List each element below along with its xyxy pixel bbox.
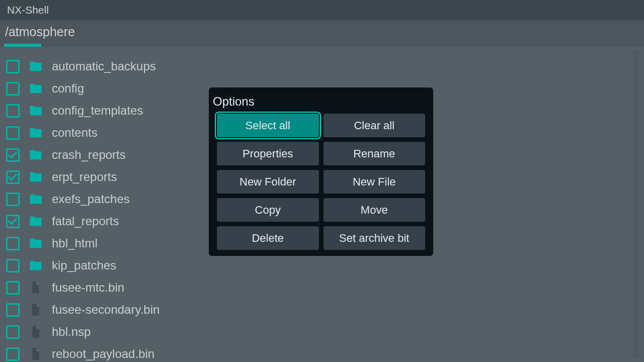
- title-bar: NX-Shell: [0, 0, 644, 20]
- file-name: reboot_payload.bin: [52, 347, 154, 361]
- list-item[interactable]: fusee-mtc.bin: [6, 277, 640, 299]
- file-name: hbl.nsp: [52, 325, 91, 339]
- file-name: config_templates: [52, 104, 143, 118]
- list-item[interactable]: fusee-secondary.bin: [6, 299, 640, 321]
- file-icon: [29, 303, 43, 317]
- new-folder-button[interactable]: New Folder: [217, 170, 319, 194]
- checkbox[interactable]: [6, 347, 20, 361]
- checkbox[interactable]: [6, 126, 20, 140]
- checkbox[interactable]: [6, 170, 20, 184]
- current-path: /atmosphere: [5, 25, 75, 39]
- options-modal: Options Select allClear allPropertiesRen…: [209, 87, 433, 256]
- new-file-button[interactable]: New File: [324, 170, 426, 194]
- delete-button[interactable]: Delete: [217, 226, 319, 250]
- scrollbar[interactable]: [633, 50, 639, 358]
- copy-button[interactable]: Copy: [217, 198, 319, 222]
- checkbox[interactable]: [6, 193, 20, 206]
- list-item[interactable]: kip_patches: [6, 254, 640, 277]
- folder-icon: [29, 148, 43, 162]
- folder-icon: [29, 126, 43, 140]
- file-name: kip_patches: [52, 258, 116, 273]
- file-name: crash_reports: [52, 148, 126, 162]
- file-name: fusee-secondary.bin: [52, 303, 159, 317]
- folder-icon: [29, 192, 43, 206]
- set-archive-bit-button[interactable]: Set archive bit: [324, 226, 426, 250]
- file-icon: [29, 347, 43, 361]
- checkbox[interactable]: [6, 104, 20, 118]
- file-name: exefs_patches: [52, 192, 130, 206]
- file-icon: [29, 325, 43, 339]
- file-icon: [29, 281, 43, 295]
- checkbox[interactable]: [6, 82, 20, 96]
- clear-all-button[interactable]: Clear all: [324, 114, 426, 137]
- modal-title: Options: [209, 87, 433, 114]
- move-button[interactable]: Move: [324, 198, 426, 222]
- app-title: NX-Shell: [7, 4, 49, 16]
- properties-button[interactable]: Properties: [217, 142, 319, 165]
- storage-bar-fill: [4, 44, 41, 47]
- checkbox[interactable]: [6, 303, 20, 317]
- folder-icon: [29, 170, 43, 184]
- folder-icon: [29, 214, 43, 228]
- checkbox[interactable]: [6, 60, 20, 73]
- list-item[interactable]: reboot_payload.bin: [6, 343, 640, 362]
- file-name: hbl_html: [52, 236, 98, 250]
- file-name: contents: [52, 126, 98, 140]
- checkbox[interactable]: [6, 325, 20, 339]
- rename-button[interactable]: Rename: [324, 142, 426, 165]
- file-name: automatic_backups: [52, 59, 156, 73]
- checkbox[interactable]: [6, 215, 20, 228]
- folder-icon: [29, 81, 43, 96]
- folder-icon: [29, 236, 43, 250]
- file-name: fusee-mtc.bin: [52, 281, 124, 295]
- file-name: erpt_reports: [52, 170, 117, 184]
- file-name: config: [52, 81, 84, 96]
- folder-icon: [29, 104, 43, 118]
- checkbox[interactable]: [6, 281, 20, 295]
- checkbox[interactable]: [6, 259, 20, 273]
- select-all-button[interactable]: Select all: [217, 114, 319, 137]
- list-item[interactable]: hbl.nsp: [6, 321, 640, 343]
- list-item[interactable]: automatic_backups: [6, 55, 640, 77]
- folder-icon: [29, 258, 43, 273]
- storage-bar-track: [0, 44, 644, 47]
- modal-button-grid: Select allClear allPropertiesRenameNew F…: [209, 114, 433, 250]
- checkbox[interactable]: [6, 237, 20, 250]
- file-name: fatal_reports: [52, 214, 119, 228]
- path-bar: /atmosphere: [0, 20, 644, 44]
- checkbox[interactable]: [6, 148, 20, 162]
- folder-icon: [29, 59, 43, 73]
